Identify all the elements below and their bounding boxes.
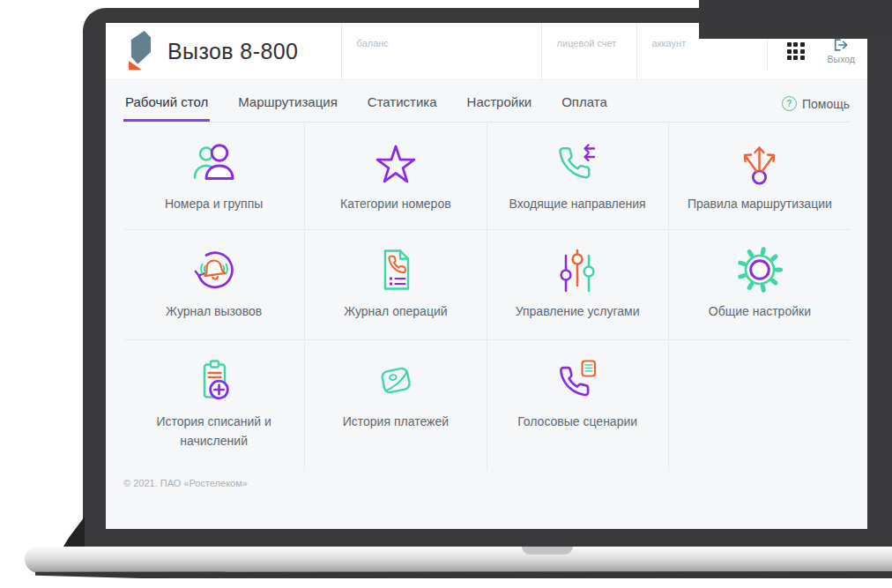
tile-call-log[interactable]: Журнал вызовов — [123, 230, 305, 340]
tile-charges-history[interactable]: История списаний и начислений — [123, 340, 305, 471]
tab-statistics[interactable]: Статистика — [366, 94, 439, 122]
tile-services-management[interactable]: Управление услугами — [487, 230, 669, 340]
call-log-bell-icon — [190, 245, 239, 294]
tab-desktop[interactable]: Рабочий стол — [123, 94, 210, 122]
copyright-text: © 2021. ПАО «Ростелеком» — [123, 478, 867, 488]
laptop-mockup-scene: Вызов 8-800 баланс лицевой счет аккаунт — [0, 0, 892, 588]
tile-label: История платежей — [343, 413, 449, 432]
dashboard-grid: Номера и группы Категории номеров — [123, 123, 851, 471]
account-label: аккаунт — [652, 38, 767, 48]
help-label: Помощь — [802, 97, 850, 111]
tile-incoming-directions[interactable]: Входящие направления — [487, 123, 669, 230]
account-number-field: лицевой счет — [541, 23, 636, 79]
tile-label: Общие настройки — [709, 302, 811, 322]
app-title: Вызов 8-800 — [167, 39, 298, 64]
tab-routing[interactable]: Маршрутизация — [236, 94, 339, 122]
rostelecom-logo-icon — [125, 30, 155, 72]
clipboard-plus-icon — [190, 355, 239, 405]
logout-button[interactable]: Выход — [828, 38, 855, 64]
main-tabs: Рабочий стол Маршрутизация Статистика На… — [123, 80, 850, 123]
balance-label: баланс — [357, 38, 541, 48]
star-icon — [371, 138, 420, 187]
tile-label: Правила маршрутизации — [688, 195, 832, 214]
tile-routing-rules[interactable]: Правила маршрутизации — [669, 123, 851, 230]
tab-payment[interactable]: Оплата — [560, 94, 609, 122]
laptop-base-notch — [522, 547, 573, 555]
balance-field: баланс — [341, 23, 541, 79]
tile-number-categories[interactable]: Категории номеров — [305, 123, 487, 230]
tile-label: Категории номеров — [340, 195, 451, 214]
users-icon — [190, 138, 239, 187]
tile-label: Номера и группы — [165, 195, 263, 214]
exit-icon — [833, 38, 849, 52]
tile-payments-history[interactable]: История платежей — [305, 340, 487, 471]
tile-label: Управление услугами — [516, 302, 640, 322]
laptop-base — [25, 547, 892, 573]
voice-script-phone-icon — [553, 355, 602, 405]
tile-label: Входящие направления — [509, 195, 646, 214]
wallet-icon — [371, 355, 420, 405]
gear-icon — [735, 245, 784, 294]
laptop-bezel-top-right — [699, 0, 892, 39]
apps-grid-icon[interactable] — [787, 42, 805, 60]
app-body: Рабочий стол Маршрутизация Статистика На… — [106, 80, 867, 529]
laptop-base-edge — [35, 571, 892, 578]
routing-arrows-icon — [735, 138, 784, 187]
tile-empty — [669, 340, 851, 471]
tile-numbers-groups[interactable]: Номера и группы — [123, 123, 305, 230]
tile-label: Журнал операций — [344, 302, 447, 322]
incoming-call-icon — [553, 138, 602, 187]
operations-document-icon — [371, 245, 420, 294]
logout-label: Выход — [828, 54, 855, 64]
tile-label: Журнал вызовов — [166, 302, 262, 322]
sliders-icon — [553, 245, 602, 294]
tile-label: История списаний и начислений — [132, 413, 295, 450]
tab-settings[interactable]: Настройки — [465, 94, 534, 122]
tile-voice-scenarios[interactable]: Голосовые сценарии — [487, 340, 669, 471]
help-link[interactable]: ? Помощь — [782, 96, 850, 122]
tile-label: Голосовые сценарии — [517, 413, 637, 432]
account-number-label: лицевой счет — [557, 38, 636, 48]
question-circle-icon: ? — [782, 96, 797, 111]
tile-general-settings[interactable]: Общие настройки — [669, 230, 851, 340]
tile-operations-log[interactable]: Журнал операций — [305, 230, 487, 340]
app-screen: Вызов 8-800 баланс лицевой счет аккаунт — [106, 23, 867, 529]
